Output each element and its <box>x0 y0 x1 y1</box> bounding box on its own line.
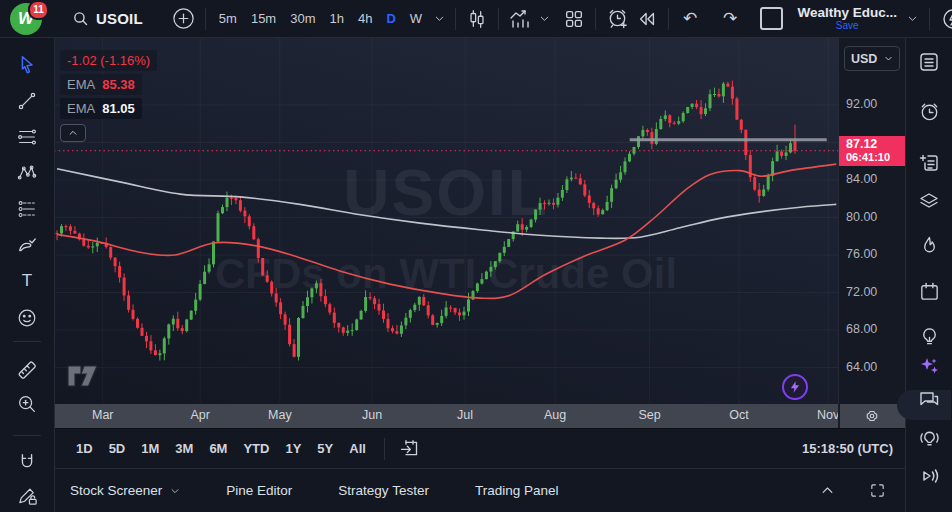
ema-fast-legend-row[interactable]: EMA85.38 <box>60 74 142 95</box>
lightning-icon <box>788 380 802 394</box>
toolbar-divider <box>595 8 596 30</box>
range-5y[interactable]: 5Y <box>309 436 341 462</box>
magnifier-plus-icon <box>16 393 38 415</box>
tab-stock-screener[interactable]: Stock Screener <box>70 483 180 498</box>
plus-circle-icon <box>172 7 195 30</box>
top-toolbar: W 11 USOIL 5m15m30m1h4hDW <box>0 0 952 38</box>
range-5d[interactable]: 5D <box>101 436 134 462</box>
alarm-clock-icon <box>918 100 941 123</box>
chart-canvas[interactable] <box>54 38 838 404</box>
timeframe-1h[interactable]: 1h <box>323 5 351 33</box>
alerts-button[interactable] <box>915 97 943 125</box>
tab-strategy-tester[interactable]: Strategy Tester <box>338 483 429 498</box>
fullscreen-button[interactable] <box>862 476 892 506</box>
zoom-in-tool-button[interactable] <box>13 390 41 418</box>
watchlist-button[interactable] <box>915 48 943 76</box>
price-axis[interactable]: USD 92.0088.0084.0080.0076.0072.0068.006… <box>838 38 907 404</box>
notification-badge: 11 <box>28 0 49 20</box>
chat-bubbles-icon <box>917 387 941 411</box>
indicator-templates-button[interactable] <box>535 4 553 34</box>
tab-trading-panel[interactable]: Trading Panel <box>475 483 559 498</box>
save-layout-checkbox[interactable] <box>760 7 783 30</box>
lightbulb-icon <box>918 325 941 348</box>
quick-actions-button[interactable] <box>936 4 952 34</box>
multichart-layout-button[interactable] <box>559 4 589 34</box>
timeframe-4h[interactable]: 4h <box>351 5 379 33</box>
indicators-icon <box>508 7 532 31</box>
price-tick-label: 68.00 <box>846 322 877 336</box>
redo-arrow-icon: ↷ <box>723 10 737 27</box>
chart-settings-button[interactable] <box>859 404 885 428</box>
redo-button[interactable]: ↷ <box>715 4 745 34</box>
object-tree-button[interactable] <box>915 187 943 215</box>
timeframe-group: 5m15m30m1h4hDW <box>212 5 429 33</box>
trend-line-tool-button[interactable] <box>13 87 41 115</box>
time-tick-label: Oct <box>729 408 748 422</box>
last-price-badge: 87.12 06:41:10 <box>839 136 912 166</box>
symbol-search-button[interactable]: USOIL <box>62 3 153 35</box>
undo-button[interactable]: ↶ <box>675 4 705 34</box>
range-ytd[interactable]: YTD <box>235 436 277 462</box>
range-1y[interactable]: 1Y <box>277 436 309 462</box>
emoji-tool-button[interactable] <box>13 304 41 332</box>
compare-add-symbol-button[interactable] <box>169 4 199 34</box>
boost-button[interactable] <box>782 374 808 400</box>
tab-pine-editor[interactable]: Pine Editor <box>226 483 292 498</box>
bar-countdown: 06:41:10 <box>846 151 912 164</box>
ai-assistant-button[interactable] <box>915 352 943 380</box>
timeframe-5m[interactable]: 5m <box>212 5 244 33</box>
fib-retracement-tool-button[interactable] <box>13 123 41 151</box>
timeframe-menu-button[interactable] <box>429 4 449 34</box>
range-3m[interactable]: 3M <box>167 436 201 462</box>
chat-button[interactable] <box>915 385 943 413</box>
live-streams-button[interactable] <box>915 424 943 452</box>
toolbar-divider <box>13 341 41 342</box>
save-link[interactable]: Save <box>836 21 859 31</box>
broadcasts-button[interactable] <box>915 462 943 490</box>
create-alert-button[interactable] <box>602 4 632 34</box>
drawing-lock-button[interactable] <box>13 481 41 509</box>
bar-replay-button[interactable] <box>632 4 662 34</box>
notes-button[interactable] <box>915 149 943 177</box>
chart-style-button[interactable] <box>462 4 492 34</box>
utc-clock[interactable]: 15:18:50 (UTC) <box>802 441 893 456</box>
layout-menu-button[interactable] <box>901 4 923 34</box>
ema-fast-label: EMA <box>67 77 95 92</box>
currency-selector[interactable]: USD <box>844 46 900 71</box>
forecast-tool-button[interactable] <box>13 195 41 223</box>
measure-tool-button[interactable] <box>13 356 41 384</box>
legend-collapse-button[interactable] <box>60 124 86 142</box>
magnet-mode-button[interactable] <box>13 448 41 476</box>
timeframe-30m[interactable]: 30m <box>283 5 322 33</box>
open-panel-button[interactable] <box>812 476 842 506</box>
account-menu-button[interactable]: W 11 <box>6 0 50 38</box>
go-to-date-button[interactable] <box>395 434 425 464</box>
timeframe-d[interactable]: D <box>379 5 402 33</box>
indicators-button[interactable] <box>505 4 535 34</box>
layout-title-block[interactable]: Wealthy Educ... Save <box>797 6 897 32</box>
tradingview-logo-watermark[interactable] <box>66 362 106 390</box>
pencil-lock-icon <box>16 484 39 507</box>
text-tool-button[interactable]: T <box>13 267 41 295</box>
toolbar-divider <box>384 438 385 460</box>
chart-area[interactable]: USOIL CFDs on WTI Crude Oil -1.02 (-1.16… <box>54 38 838 404</box>
toolbar-divider <box>929 8 930 30</box>
range-1m[interactable]: 1M <box>133 436 167 462</box>
calendar-button[interactable] <box>915 277 943 305</box>
ideas-button[interactable] <box>915 322 943 350</box>
ema-slow-legend-row[interactable]: EMA81.05 <box>60 98 142 119</box>
range-1d[interactable]: 1D <box>68 436 101 462</box>
timeframe-15m[interactable]: 15m <box>244 5 283 33</box>
grid-layout-icon <box>563 8 585 30</box>
cursor-tool-button[interactable] <box>13 51 41 79</box>
pattern-tool-button[interactable] <box>13 159 41 187</box>
hotlists-button[interactable] <box>915 231 943 259</box>
play-waves-icon <box>917 464 941 488</box>
time-axis[interactable]: MarAprMayJunJulAugSepOctNov <box>54 404 906 428</box>
tab-label: Stock Screener <box>70 483 162 498</box>
layout-name: Wealthy Educ... <box>797 6 897 20</box>
range-all[interactable]: All <box>341 436 374 462</box>
brush-tool-button[interactable] <box>13 231 41 259</box>
range-6m[interactable]: 6M <box>201 436 235 462</box>
timeframe-w[interactable]: W <box>403 5 429 33</box>
